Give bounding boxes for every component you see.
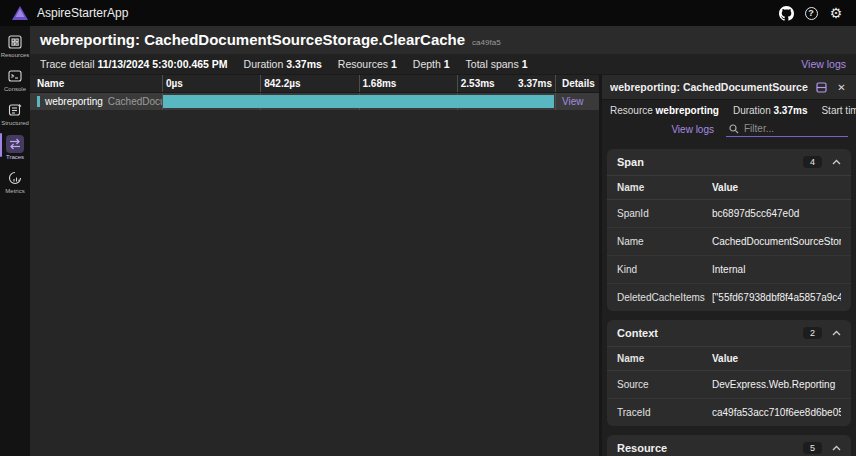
active-indicator	[0, 133, 2, 157]
panel-resource-label: Resource	[610, 105, 653, 116]
span-resource-name: webreporting	[45, 96, 103, 107]
kv-table-header: Name Value	[607, 175, 851, 200]
sidebar-item-resources[interactable]: Resources	[0, 33, 30, 58]
section-title: Context	[617, 327, 793, 339]
timeline-ticks: 0µs 842.2µs 1.68ms 2.53ms 3.37ms	[162, 75, 555, 92]
kv-value: ca49fa53acc710f6ee8d6be0546a8218	[712, 407, 841, 418]
span-details-cell: View	[555, 93, 599, 110]
settings-icon[interactable]: ⚙	[828, 5, 844, 21]
kv-value: DevExpress.Web.Reporting	[712, 379, 841, 390]
panel-resource-value: webreporting	[656, 105, 719, 116]
main-column: webreporting: CachedDocumentSourceStorag…	[30, 26, 856, 456]
page-title-bar: webreporting: CachedDocumentSourceStorag…	[30, 26, 856, 54]
span-duration-bar[interactable]	[163, 95, 554, 108]
sidebar-item-console[interactable]: Console	[0, 67, 30, 92]
span-color-marker	[37, 96, 40, 107]
span-row-name-cell: webreporting CachedDocumentSo…	[30, 93, 162, 110]
tick-label: 0µs	[162, 75, 260, 92]
panel-duration-label: Duration	[733, 105, 771, 116]
sidebar-item-label: Metrics	[5, 188, 24, 194]
sidebar-item-traces[interactable]: Traces	[0, 135, 30, 160]
kv-name: Kind	[617, 264, 712, 275]
kv-value-header: Value	[712, 353, 841, 364]
table-row: SpanId bc6897d5cc647e0d	[607, 200, 851, 228]
sidebar-item-label: Traces	[6, 154, 24, 160]
search-icon	[729, 124, 739, 134]
span-operation-name: CachedDocumentSo…	[108, 96, 162, 107]
trace-resources: Resources 1	[338, 58, 397, 70]
trace-total-spans: Total spans 1	[466, 58, 528, 70]
trace-short-id: ca49fa5	[472, 38, 500, 47]
kv-name: TraceId	[617, 407, 712, 418]
tick-label-end: 3.37ms	[518, 78, 552, 89]
duration-label: Duration	[244, 58, 284, 70]
span-view-link[interactable]: View	[562, 96, 584, 107]
span-row[interactable]: webreporting CachedDocumentSo… View	[30, 93, 599, 110]
section-count-badge: 2	[803, 327, 822, 339]
panel-filter-row: View logs	[602, 118, 856, 143]
dock-panel-icon[interactable]	[815, 81, 828, 94]
panel-duration: Duration 3.37ms	[733, 105, 808, 116]
section-resource: Resource 5 Name Value service.name	[607, 435, 851, 456]
section-title: Span	[617, 156, 793, 168]
sidebar-item-label: Resources	[1, 52, 30, 58]
kv-value: bc6897d5cc647e0d	[712, 208, 841, 219]
close-icon[interactable]: ✕	[835, 81, 848, 94]
github-icon[interactable]	[778, 5, 794, 21]
section-header[interactable]: Context 2	[607, 320, 851, 346]
trace-duration: Duration 3.37ms	[244, 58, 322, 70]
tick-label: 2.53ms	[461, 78, 495, 89]
kv-name: SpanId	[617, 208, 712, 219]
content-row: Name 0µs 842.2µs 1.68ms 2.53ms 3.37ms De…	[30, 75, 856, 456]
section-header[interactable]: Span 4	[607, 149, 851, 175]
panel-start-time: Start time 0µs	[821, 105, 856, 116]
console-icon	[6, 67, 24, 85]
resources-label: Resources	[338, 58, 388, 70]
sidebar-item-metrics[interactable]: Metrics	[0, 169, 30, 194]
metrics-icon	[6, 169, 24, 187]
structured-logs-icon	[6, 101, 24, 119]
chevron-up-icon[interactable]	[832, 330, 841, 336]
kv-value: ["55fd67938dbf8f4a5857a9c453645d75"]	[712, 292, 841, 303]
top-bar: AspireStarterApp ? ⚙	[0, 0, 856, 26]
kv-name: DeletedCacheItems	[617, 292, 712, 303]
sidebar-item-label: Console	[4, 86, 26, 92]
total-spans-label: Total spans	[466, 58, 519, 70]
filter-input[interactable]	[744, 123, 834, 134]
panel-start-label: Start time	[821, 105, 856, 116]
kv-table-header: Name Value	[607, 346, 851, 371]
table-row: DeletedCacheItems ["55fd67938dbf8f4a5857…	[607, 284, 851, 311]
filter-box[interactable]	[726, 121, 848, 137]
panel-view-logs-link[interactable]: View logs	[671, 124, 714, 135]
trace-depth: Depth 1	[413, 58, 450, 70]
table-row: Kind Internal	[607, 256, 851, 284]
tick-cell-last: 2.53ms 3.37ms	[457, 75, 555, 92]
trace-detail-label: Trace detail	[40, 58, 94, 70]
chevron-up-icon[interactable]	[832, 445, 841, 451]
trace-detail-toolbar: Trace detail 11/13/2024 5:30:00.465 PM D…	[30, 54, 856, 75]
section-header[interactable]: Resource 5	[607, 435, 851, 456]
resources-value: 1	[391, 58, 397, 70]
tick-label: 842.2µs	[260, 75, 358, 92]
section-count-badge: 5	[803, 442, 822, 454]
depth-value: 1	[444, 58, 450, 70]
panel-duration-value: 3.37ms	[774, 105, 808, 116]
help-icon[interactable]: ?	[803, 5, 819, 21]
details-column-header: Details	[555, 75, 599, 92]
panel-header: webreporting: CachedDocumentSourceStorag…	[602, 75, 856, 100]
section-count-badge: 4	[803, 156, 822, 168]
panel-summary: Resource webreporting Duration 3.37ms St…	[602, 100, 856, 118]
kv-value: Internal	[712, 264, 841, 275]
sidebar: Resources Console Structured	[0, 26, 30, 456]
chevron-up-icon[interactable]	[832, 159, 841, 165]
span-timeline-cell	[162, 93, 555, 110]
kv-name: Source	[617, 379, 712, 390]
view-logs-link[interactable]: View logs	[801, 58, 846, 70]
sidebar-item-structured[interactable]: Structured	[0, 101, 30, 126]
trace-timestamp: 11/13/2024 5:30:00.465 PM	[97, 58, 227, 70]
span-details-panel: webreporting: CachedDocumentSourceStorag…	[602, 75, 856, 456]
panel-title: webreporting: CachedDocumentSourceStorag…	[610, 81, 808, 93]
kv-name-header: Name	[617, 353, 712, 364]
app-title: AspireStarterApp	[37, 6, 128, 20]
resources-icon	[6, 33, 24, 51]
